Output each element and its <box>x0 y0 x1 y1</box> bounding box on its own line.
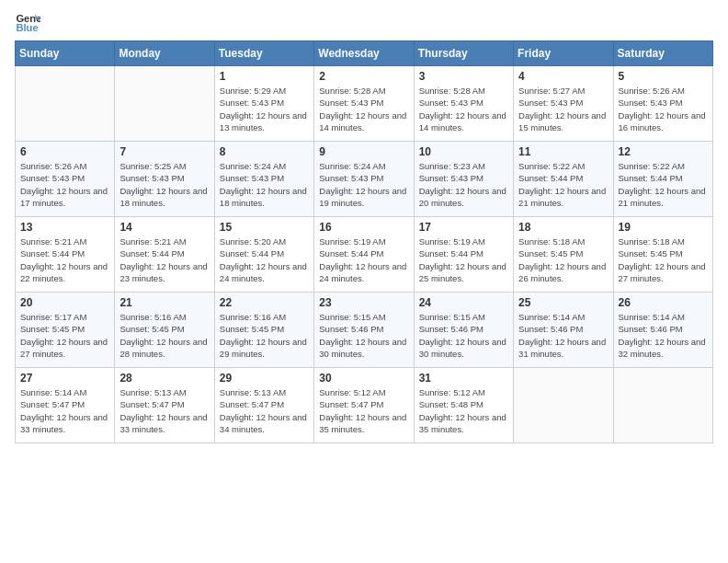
day-info: Sunrise: 5:17 AM Sunset: 5:45 PM Dayligh… <box>20 311 109 360</box>
day-number: 7 <box>119 145 209 158</box>
calendar-cell: 28Sunrise: 5:13 AM Sunset: 5:47 PM Dayli… <box>115 368 214 443</box>
day-info: Sunrise: 5:12 AM Sunset: 5:48 PM Dayligh… <box>419 386 508 435</box>
calendar-cell: 7Sunrise: 5:25 AM Sunset: 5:43 PM Daylig… <box>115 142 214 217</box>
week-row-1: 1Sunrise: 5:29 AM Sunset: 5:43 PM Daylig… <box>16 66 713 142</box>
page-header: General Blue <box>15 9 713 35</box>
calendar-table: SundayMondayTuesdayWednesdayThursdayFrid… <box>15 40 713 443</box>
day-number: 1 <box>220 70 309 83</box>
weekday-header-thursday: Thursday <box>414 41 513 66</box>
day-number: 30 <box>319 372 408 385</box>
week-row-4: 20Sunrise: 5:17 AM Sunset: 5:45 PM Dayli… <box>16 293 713 368</box>
day-number: 6 <box>20 145 109 158</box>
calendar-cell: 27Sunrise: 5:14 AM Sunset: 5:47 PM Dayli… <box>16 368 115 443</box>
calendar-cell: 14Sunrise: 5:21 AM Sunset: 5:44 PM Dayli… <box>115 217 214 293</box>
calendar-cell: 11Sunrise: 5:22 AM Sunset: 5:44 PM Dayli… <box>514 142 613 217</box>
day-number: 24 <box>419 296 508 309</box>
day-number: 18 <box>518 221 608 234</box>
calendar-cell: 5Sunrise: 5:26 AM Sunset: 5:43 PM Daylig… <box>613 66 712 142</box>
calendar-cell: 19Sunrise: 5:18 AM Sunset: 5:45 PM Dayli… <box>613 217 712 293</box>
calendar-cell <box>613 368 712 443</box>
weekday-header-wednesday: Wednesday <box>314 41 414 66</box>
day-number: 27 <box>20 372 109 385</box>
weekday-header-sunday: Sunday <box>16 41 115 66</box>
weekday-header-row: SundayMondayTuesdayWednesdayThursdayFrid… <box>16 41 713 66</box>
day-number: 4 <box>518 70 608 83</box>
day-info: Sunrise: 5:12 AM Sunset: 5:47 PM Dayligh… <box>319 386 408 435</box>
day-number: 12 <box>619 145 708 158</box>
weekday-header-monday: Monday <box>115 41 214 66</box>
day-info: Sunrise: 5:24 AM Sunset: 5:43 PM Dayligh… <box>220 160 309 209</box>
calendar-cell: 1Sunrise: 5:29 AM Sunset: 5:43 PM Daylig… <box>214 66 313 142</box>
day-number: 8 <box>220 145 309 158</box>
calendar-cell <box>115 66 214 142</box>
day-info: Sunrise: 5:13 AM Sunset: 5:47 PM Dayligh… <box>220 386 309 435</box>
day-number: 23 <box>319 296 408 309</box>
day-number: 2 <box>319 70 408 83</box>
calendar-cell: 2Sunrise: 5:28 AM Sunset: 5:43 PM Daylig… <box>314 66 414 142</box>
day-info: Sunrise: 5:22 AM Sunset: 5:44 PM Dayligh… <box>518 160 608 209</box>
day-info: Sunrise: 5:16 AM Sunset: 5:45 PM Dayligh… <box>220 311 309 360</box>
week-row-2: 6Sunrise: 5:26 AM Sunset: 5:43 PM Daylig… <box>16 142 713 217</box>
day-number: 21 <box>119 296 209 309</box>
day-info: Sunrise: 5:19 AM Sunset: 5:44 PM Dayligh… <box>319 236 408 284</box>
calendar-cell: 6Sunrise: 5:26 AM Sunset: 5:43 PM Daylig… <box>16 142 115 217</box>
calendar-cell <box>514 368 613 443</box>
day-info: Sunrise: 5:18 AM Sunset: 5:45 PM Dayligh… <box>619 236 708 284</box>
day-info: Sunrise: 5:28 AM Sunset: 5:43 PM Dayligh… <box>419 85 508 133</box>
day-number: 14 <box>119 221 209 234</box>
calendar-cell: 18Sunrise: 5:18 AM Sunset: 5:45 PM Dayli… <box>514 217 613 293</box>
day-number: 26 <box>619 296 708 309</box>
calendar-cell: 17Sunrise: 5:19 AM Sunset: 5:44 PM Dayli… <box>414 217 513 293</box>
day-info: Sunrise: 5:29 AM Sunset: 5:43 PM Dayligh… <box>220 85 309 133</box>
calendar-cell: 26Sunrise: 5:14 AM Sunset: 5:46 PM Dayli… <box>613 293 712 368</box>
day-number: 20 <box>20 296 109 309</box>
day-number: 29 <box>220 372 309 385</box>
day-info: Sunrise: 5:27 AM Sunset: 5:43 PM Dayligh… <box>518 85 608 133</box>
calendar-cell: 23Sunrise: 5:15 AM Sunset: 5:46 PM Dayli… <box>314 293 414 368</box>
weekday-header-saturday: Saturday <box>613 41 712 66</box>
day-info: Sunrise: 5:14 AM Sunset: 5:46 PM Dayligh… <box>619 311 708 360</box>
day-info: Sunrise: 5:18 AM Sunset: 5:45 PM Dayligh… <box>518 236 608 284</box>
week-row-5: 27Sunrise: 5:14 AM Sunset: 5:47 PM Dayli… <box>16 368 713 443</box>
calendar-cell: 21Sunrise: 5:16 AM Sunset: 5:45 PM Dayli… <box>115 293 214 368</box>
calendar-cell: 12Sunrise: 5:22 AM Sunset: 5:44 PM Dayli… <box>613 142 712 217</box>
svg-text:Blue: Blue <box>16 22 38 33</box>
day-info: Sunrise: 5:20 AM Sunset: 5:44 PM Dayligh… <box>220 236 309 284</box>
calendar-cell: 30Sunrise: 5:12 AM Sunset: 5:47 PM Dayli… <box>314 368 414 443</box>
calendar-cell: 10Sunrise: 5:23 AM Sunset: 5:43 PM Dayli… <box>414 142 513 217</box>
calendar-cell: 24Sunrise: 5:15 AM Sunset: 5:46 PM Dayli… <box>414 293 513 368</box>
calendar-cell: 3Sunrise: 5:28 AM Sunset: 5:43 PM Daylig… <box>414 66 513 142</box>
day-number: 31 <box>419 372 508 385</box>
day-info: Sunrise: 5:16 AM Sunset: 5:45 PM Dayligh… <box>119 311 209 360</box>
day-number: 16 <box>319 221 408 234</box>
day-number: 11 <box>518 145 608 158</box>
day-info: Sunrise: 5:23 AM Sunset: 5:43 PM Dayligh… <box>419 160 508 209</box>
weekday-header-friday: Friday <box>514 41 613 66</box>
day-number: 17 <box>419 221 508 234</box>
day-number: 25 <box>518 296 608 309</box>
day-number: 19 <box>619 221 708 234</box>
day-number: 9 <box>319 145 408 158</box>
calendar-cell: 8Sunrise: 5:24 AM Sunset: 5:43 PM Daylig… <box>214 142 313 217</box>
calendar-cell: 4Sunrise: 5:27 AM Sunset: 5:43 PM Daylig… <box>514 66 613 142</box>
calendar-cell: 25Sunrise: 5:14 AM Sunset: 5:46 PM Dayli… <box>514 293 613 368</box>
day-info: Sunrise: 5:15 AM Sunset: 5:46 PM Dayligh… <box>419 311 508 360</box>
calendar-cell: 29Sunrise: 5:13 AM Sunset: 5:47 PM Dayli… <box>214 368 313 443</box>
day-info: Sunrise: 5:26 AM Sunset: 5:43 PM Dayligh… <box>20 160 109 209</box>
calendar-cell: 22Sunrise: 5:16 AM Sunset: 5:45 PM Dayli… <box>214 293 313 368</box>
calendar-cell <box>16 66 115 142</box>
day-info: Sunrise: 5:21 AM Sunset: 5:44 PM Dayligh… <box>20 236 109 284</box>
day-info: Sunrise: 5:22 AM Sunset: 5:44 PM Dayligh… <box>619 160 708 209</box>
day-info: Sunrise: 5:13 AM Sunset: 5:47 PM Dayligh… <box>119 386 209 435</box>
day-info: Sunrise: 5:24 AM Sunset: 5:43 PM Dayligh… <box>319 160 408 209</box>
weekday-header-tuesday: Tuesday <box>214 41 313 66</box>
calendar-cell: 13Sunrise: 5:21 AM Sunset: 5:44 PM Dayli… <box>16 217 115 293</box>
day-number: 28 <box>119 372 209 385</box>
day-number: 5 <box>619 70 708 83</box>
day-number: 10 <box>419 145 508 158</box>
day-number: 15 <box>220 221 309 234</box>
day-number: 3 <box>419 70 508 83</box>
day-info: Sunrise: 5:19 AM Sunset: 5:44 PM Dayligh… <box>419 236 508 284</box>
calendar-cell: 20Sunrise: 5:17 AM Sunset: 5:45 PM Dayli… <box>16 293 115 368</box>
day-info: Sunrise: 5:26 AM Sunset: 5:43 PM Dayligh… <box>619 85 708 133</box>
